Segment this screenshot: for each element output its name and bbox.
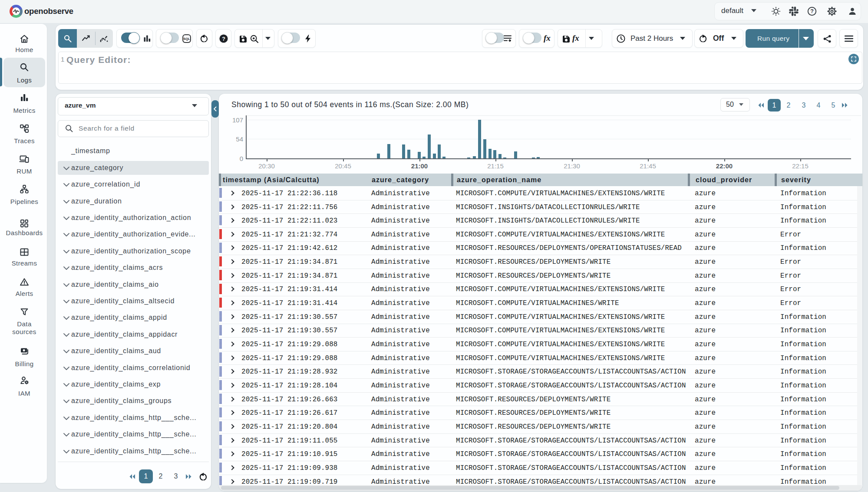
svg-text:?: ? <box>222 36 225 42</box>
svg-text:?: ? <box>810 8 814 14</box>
svg-text:SQL: SQL <box>184 37 190 41</box>
